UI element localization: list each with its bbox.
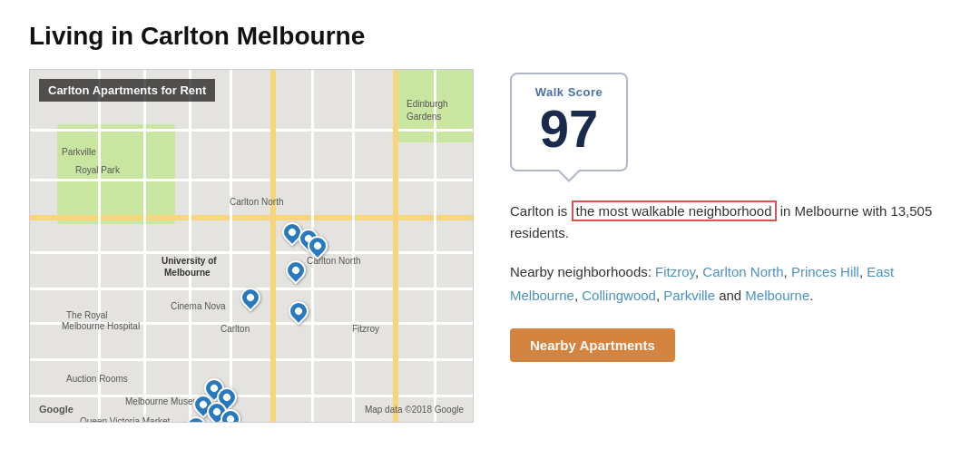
info-section: Walk Score 97 Carlton is the most walkab… [510, 69, 951, 362]
neighborhood-melbourne[interactable]: Melbourne [745, 288, 809, 303]
map-label-auction: Auction Rooms [66, 374, 128, 384]
description-highlight: the most walkable neighborhood [572, 200, 777, 221]
map-label-royalpark: Royal Park [75, 165, 120, 175]
road-v-major2 [393, 70, 398, 422]
google-logo: Google [39, 404, 74, 415]
walk-score-widget: Walk Score 97 [510, 73, 628, 171]
map-label-royalmelb: The Royal [66, 310, 108, 320]
map-label-edinburgh: Edinburgh [407, 99, 448, 109]
map-label-carlton: Carlton [220, 324, 250, 334]
road-h6 [30, 358, 473, 361]
road-v-major1 [270, 70, 276, 422]
map-data-label: Map data ©2018 Google [365, 405, 464, 415]
page-title: Living in Carlton Melbourne [29, 22, 951, 51]
neighborhood-carlton-north[interactable]: Carlton North [702, 264, 783, 279]
main-content: Parkville Royal Park Carlton North Edinb… [29, 69, 951, 423]
road-v7 [434, 70, 436, 422]
road-v4 [230, 70, 232, 422]
map-section: Parkville Royal Park Carlton North Edinb… [29, 69, 474, 423]
road-h2 [30, 179, 473, 181]
map-label-gardens: Gardens [407, 112, 441, 122]
road-h3 [30, 251, 473, 254]
neighborhoods-label: Nearby neighborhoods: [510, 264, 655, 279]
map-label-uom2: Melbourne [164, 268, 211, 278]
nearby-apartments-button[interactable]: Nearby Apartments [510, 328, 675, 362]
map-label-royalmelb2: Melbourne Hospital [62, 321, 140, 331]
neighborhoods-text: Nearby neighborhoods: Fitzroy, Carlton N… [510, 260, 951, 307]
road-v3 [189, 70, 191, 422]
road-v2 [143, 70, 146, 422]
road-h7 [30, 395, 473, 397]
walk-score-number: 97 [540, 103, 599, 155]
map-label-parkville: Parkville [62, 147, 96, 157]
map-overlay-label: Carlton Apartments for Rent [39, 79, 215, 102]
walk-score-label: Walk Score [535, 85, 603, 99]
road-v1 [98, 70, 101, 422]
road-h-major1 [30, 215, 473, 220]
neighborhood-princes-hill[interactable]: Princes Hill [791, 264, 859, 279]
map-label-cinemaanova: Cinema Nova [171, 301, 226, 311]
road-v6 [352, 70, 355, 422]
map-label-fitzroy: Fitzroy [352, 324, 379, 334]
description-prefix: Carlton is [510, 203, 572, 219]
neighborhood-fitzroy[interactable]: Fitzroy [655, 264, 695, 279]
neighborhood-collingwood[interactable]: Collingwood [582, 288, 656, 303]
map-label-carlton-north: Carlton North [230, 197, 283, 207]
description-text: Carlton is the most walkable neighborhoo… [510, 200, 951, 244]
map-label-qvm: Queen Victoria Market [80, 416, 170, 423]
map-label-uom: University of [162, 256, 217, 266]
road-h1 [30, 129, 473, 132]
neighborhood-parkville[interactable]: Parkville [663, 288, 715, 303]
map-container[interactable]: Parkville Royal Park Carlton North Edinb… [29, 69, 474, 423]
